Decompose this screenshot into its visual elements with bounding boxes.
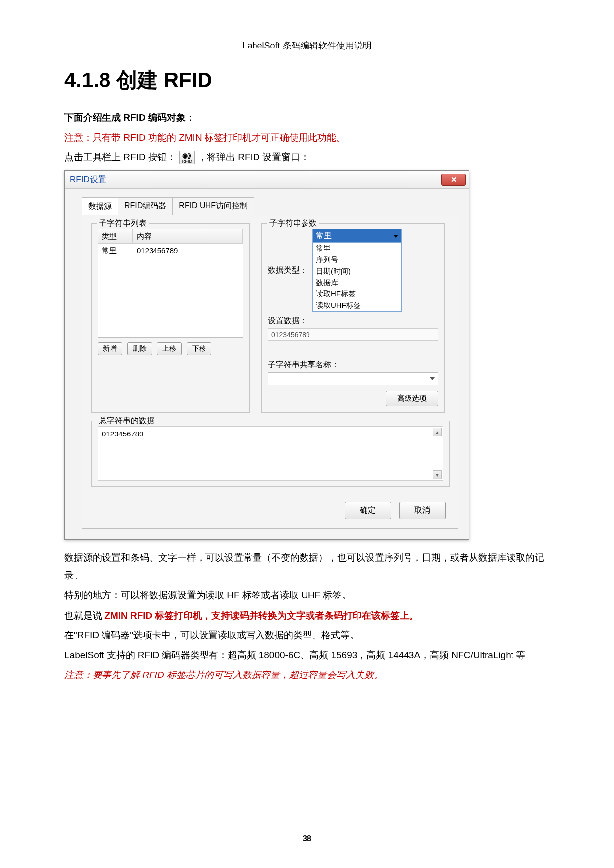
data-type-label: 数据类型： [268,265,307,276]
dialog-tabs: 数据源 RFID编码器 RFID UHF访问控制 [82,197,254,215]
rfid-icon: ◉⟫ RFID [179,151,195,164]
table-row[interactable]: 常里 0123456789 [98,244,243,258]
tab-encoder[interactable]: RFID编码器 [118,198,173,215]
after-para-1: 数据源的设置和条码、文字一样，可以设置常量（不变的数据），也可以设置序列号，日期… [64,549,550,584]
cell-content: 0123456789 [133,244,243,258]
total-string-group: 总字符串的数据 0123456789 ▲ ▼ [91,421,450,487]
after3-pre: 也就是说 [64,610,104,621]
page-number: 38 [0,834,614,843]
delete-button[interactable]: 删除 [127,342,152,355]
warning-2: 注意：要事先了解 RFID 标签芯片的可写入数据容量，超过容量会写入失败。 [64,666,550,684]
dialog-title: RFID设置 [70,174,106,185]
col-type: 类型 [98,229,133,244]
close-button[interactable]: ✕ [441,174,466,186]
doc-header: LabelSoft 条码编辑软件使用说明 [64,40,550,51]
opt-database[interactable]: 数据库 [313,277,401,289]
toolbar-text-after: ，将弹出 RFID 设置窗口： [198,148,309,166]
substring-list-legend: 子字符串列表 [97,218,149,229]
advanced-button[interactable]: 高级选项 [386,391,438,406]
warning-1: 注意：只有带 RFID 功能的 ZMIN 标签打印机才可正确使用此功能。 [64,129,550,146]
toolbar-instruction: 点击工具栏上 RFID 按钮： ◉⟫ RFID ，将弹出 RFID 设置窗口： [64,148,550,166]
after-para-2: 特别的地方：可以将数据源设置为读取 HF 标签或者读取 UHF 标签。 [64,586,550,604]
substring-params-group: 子字符串参数 数据类型： 常里 常里 序列号 [261,223,445,413]
dialog-titlebar: RFID设置 ✕ [65,171,469,189]
substring-list-group: 子字符串列表 类型 内容 常里 0123456789 [91,223,250,413]
rfid-icon-glyph: ◉⟫ [182,152,191,159]
opt-serial[interactable]: 序列号 [313,254,401,266]
total-string-area[interactable]: 0123456789 ▲ ▼ [98,426,443,481]
toolbar-text-before: 点击工具栏上 RFID 按钮： [64,148,176,166]
tab-datasource[interactable]: 数据源 [82,198,118,215]
set-data-label: 设置数据： [268,316,307,326]
after-para-5: LabelSoft 支持的 RFID 编码器类型有：超高频 18000-6C、高… [64,646,550,664]
scroll-up-icon[interactable]: ▲ [433,428,442,436]
add-button[interactable]: 新增 [98,342,122,355]
data-type-combo[interactable]: 常里 常里 序列号 日期(时间) 数据库 读取HF标签 读取UHF标签 [312,229,402,312]
chevron-down-icon [430,377,435,380]
total-string-legend: 总字符串的数据 [97,416,157,426]
rfid-icon-caption: RFID [182,159,192,164]
after-para-4: 在"RFID 编码器"选项卡中，可以设置读取或写入数据的类型、格式等。 [64,627,550,644]
intro-line: 下面介绍生成 RFID 编码对象： [64,109,550,127]
total-string-value: 0123456789 [102,430,143,438]
set-data-field[interactable]: 0123456789 [268,328,438,341]
share-name-label: 子字符串共享名称： [268,360,339,370]
data-type-selected: 常里 [316,231,332,241]
move-up-button[interactable]: 上移 [157,342,182,355]
tab-uhf-access[interactable]: RFID UHF访问控制 [173,198,254,215]
substring-table[interactable]: 类型 内容 常里 0123456789 [98,229,243,338]
ok-button[interactable]: 确定 [345,502,391,519]
after3-highlight: ZMIN RFID 标签打印机，支持读码并转换为文字或者条码打印在该标签上。 [104,610,418,621]
chevron-down-icon [393,235,398,238]
cancel-button[interactable]: 取消 [399,502,446,519]
rfid-settings-dialog: RFID设置 ✕ 数据源 RFID编码器 RFID UHF访问控制 子字符串列表… [64,170,469,540]
data-type-options: 常里 序列号 日期(时间) 数据库 读取HF标签 读取UHF标签 [313,242,401,311]
opt-read-uhf[interactable]: 读取UHF标签 [313,300,401,311]
section-title: 4.1.8 创建 RFID [64,66,550,94]
col-content: 内容 [133,229,243,244]
scroll-down-icon[interactable]: ▼ [433,470,442,479]
after-para-3: 也就是说 ZMIN RFID 标签打印机，支持读码并转换为文字或者条码打印在该标… [64,607,550,625]
cell-type: 常里 [98,244,133,258]
opt-read-hf[interactable]: 读取HF标签 [313,289,401,300]
opt-constant[interactable]: 常里 [313,243,401,254]
share-name-combo[interactable] [268,372,438,385]
substring-params-legend: 子字符串参数 [267,218,319,229]
move-down-button[interactable]: 下移 [187,342,211,355]
opt-datetime[interactable]: 日期(时间) [313,266,401,277]
